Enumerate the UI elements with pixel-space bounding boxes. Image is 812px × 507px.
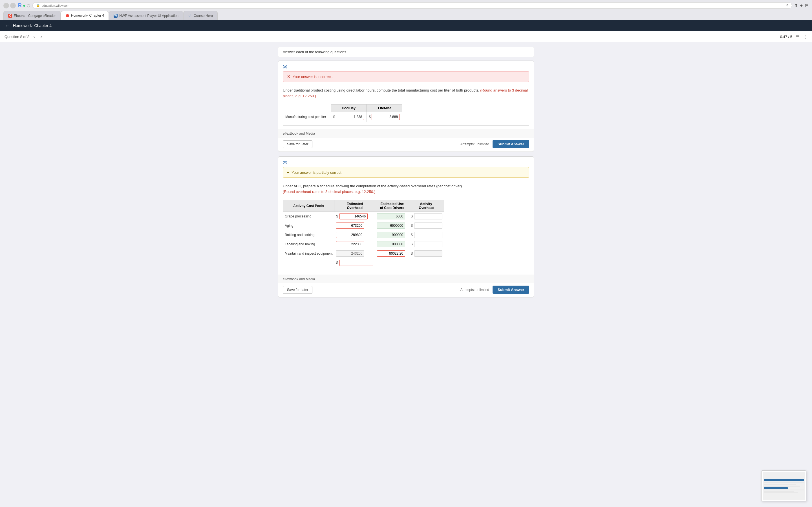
table-row: Bottling and corking $ bbox=[283, 230, 444, 240]
question-nav-left: Question 8 of 8 ‹ › bbox=[4, 34, 44, 40]
etextbook-label-a: eTextbook and Media bbox=[283, 131, 315, 135]
browser-actions: ⬆ + ⊞ bbox=[794, 3, 809, 8]
grape-drivers-input[interactable] bbox=[377, 213, 405, 219]
tab-homework[interactable]: 🔴 Homework- Chapter 4 bbox=[61, 11, 109, 20]
brave-icon: R bbox=[18, 3, 22, 8]
labeling-overhead-input[interactable] bbox=[336, 241, 364, 247]
share-btn[interactable]: ⬆ bbox=[794, 3, 798, 8]
row-maintain-rate: $ bbox=[409, 249, 444, 258]
coursehero-icon: 🛡 bbox=[188, 14, 192, 18]
reload-icon[interactable]: ↺ bbox=[786, 4, 788, 7]
save-later-btn-b[interactable]: Save for Later bbox=[283, 286, 312, 294]
coolday-dollar: $ bbox=[333, 115, 335, 119]
list-view-btn[interactable]: ☰ bbox=[796, 34, 800, 40]
submit-btn-a[interactable]: Submit Answer bbox=[493, 140, 529, 148]
tab-nwp[interactable]: W NWP Assessment Player UI Application bbox=[109, 11, 183, 20]
col-est-use: Estimated Use of Cost Drivers bbox=[375, 200, 409, 212]
back-button[interactable]: ← bbox=[4, 23, 10, 29]
action-row-b: Save for Later Attempts: unlimited Submi… bbox=[278, 283, 534, 297]
section-a-alert-text: Your answer is incorrect. bbox=[293, 75, 333, 79]
litemist-cell: $ bbox=[366, 112, 402, 122]
etextbook-bar-a[interactable]: eTextbook and Media bbox=[278, 129, 534, 138]
total-overhead-input[interactable] bbox=[340, 260, 373, 266]
submit-btn-b[interactable]: Submit Answer bbox=[493, 286, 529, 294]
tab-coursehero-label: Course Hero bbox=[194, 14, 213, 18]
maintain-drivers-input[interactable] bbox=[377, 250, 405, 257]
table-row: Aging $ bbox=[283, 221, 444, 230]
bottling-rate-input[interactable] bbox=[414, 232, 442, 238]
tab-coursehero[interactable]: 🛡 Course Hero bbox=[183, 11, 218, 20]
col-litemist: LiteMist bbox=[366, 105, 402, 112]
address-bar[interactable]: 🔒 education.wiley.com ↺ bbox=[33, 2, 792, 9]
question-nav-right: 0.47 / 5 ☰ ⋮ bbox=[780, 34, 808, 40]
litemist-dollar: $ bbox=[369, 115, 371, 119]
lock-icon: 🔒 bbox=[36, 4, 40, 7]
more-options-btn[interactable]: ⋮ bbox=[803, 34, 808, 40]
col-coolday: CoolDay bbox=[331, 105, 366, 112]
bottling-overhead-input[interactable] bbox=[336, 232, 364, 238]
cengage-icon: C bbox=[8, 14, 12, 18]
total-cell: $ bbox=[335, 258, 375, 268]
aging-drivers-input[interactable] bbox=[377, 223, 405, 229]
row-aging-overhead bbox=[335, 221, 375, 230]
coolday-input[interactable] bbox=[336, 114, 364, 120]
bottling-drivers-input[interactable] bbox=[377, 232, 405, 238]
prev-question-btn[interactable]: ‹ bbox=[32, 34, 36, 40]
section-a-label: (a) bbox=[278, 61, 534, 68]
browser-chrome: ‹ › R ● ⬡ 🔒 education.wiley.com ↺ ⬆ + ⊞ … bbox=[0, 0, 812, 20]
row-grape-drivers bbox=[375, 212, 409, 221]
next-question-btn[interactable]: › bbox=[39, 34, 44, 40]
url-text: education.wiley.com bbox=[42, 4, 69, 7]
grape-overhead-input[interactable] bbox=[340, 213, 368, 219]
back-nav-btn[interactable]: ‹ bbox=[3, 3, 9, 8]
mfg-cost-label: Manufacturing cost per liter bbox=[283, 112, 331, 122]
grid-btn[interactable]: ⊞ bbox=[805, 3, 809, 8]
table-row: Manufacturing cost per liter $ $ bbox=[283, 112, 402, 122]
labeling-rate-input[interactable] bbox=[414, 241, 442, 247]
tab-ebooks[interactable]: C Ebooks - Cengage eReader bbox=[3, 11, 61, 20]
total-empty bbox=[283, 258, 335, 268]
section-a-question: Under traditional product costing using … bbox=[278, 85, 534, 101]
maintain-rate-input[interactable] bbox=[414, 250, 442, 257]
col-activity-overhead-rate: Activity- Overhead bbox=[409, 200, 444, 212]
aging-overhead-input[interactable] bbox=[336, 223, 364, 229]
row-maintain-label: Maintain and inspect equipment bbox=[283, 249, 335, 258]
tabs-bar: C Ebooks - Cengage eReader 🔴 Homework- C… bbox=[3, 11, 809, 20]
new-tab-btn[interactable]: + bbox=[800, 3, 803, 8]
extension-icon-1: ● bbox=[23, 3, 26, 8]
row-bottling-drivers bbox=[375, 230, 409, 240]
col-est-overhead: Estimated Overhead bbox=[335, 200, 375, 212]
total-row: $ bbox=[283, 258, 444, 268]
row-labeling-drivers bbox=[375, 240, 409, 249]
maintain-overhead-input[interactable] bbox=[336, 250, 364, 257]
col-activity-pools: Activity Cost Pools bbox=[283, 200, 335, 212]
aging-rate-input[interactable] bbox=[414, 223, 442, 229]
forward-nav-btn[interactable]: › bbox=[10, 3, 16, 8]
submit-area-b: Attempts: unlimited Submit Answer bbox=[460, 286, 529, 294]
homework-icon: 🔴 bbox=[65, 13, 69, 17]
section-a-card: (a) ✕ Your answer is incorrect. Under tr… bbox=[278, 61, 534, 152]
labeling-drivers-input[interactable] bbox=[377, 241, 405, 247]
partial-icon: − bbox=[287, 170, 289, 175]
row-labeling-overhead bbox=[335, 240, 375, 249]
row-maintain-overhead bbox=[335, 249, 375, 258]
row-bottling-label: Bottling and corking bbox=[283, 230, 335, 240]
error-icon: ✕ bbox=[287, 74, 290, 79]
attempts-text-a: Attempts: unlimited bbox=[460, 142, 489, 146]
row-grape-label: Grape processing bbox=[283, 212, 335, 221]
save-later-btn-a[interactable]: Save for Later bbox=[283, 140, 312, 148]
row-bottling-overhead bbox=[335, 230, 375, 240]
etextbook-bar-b[interactable]: eTextbook and Media bbox=[278, 275, 534, 283]
section-b-alert-text: Your answer is partially correct. bbox=[292, 170, 342, 175]
abc-table: Activity Cost Pools Estimated Overhead E… bbox=[283, 200, 444, 268]
wiley-icon: W bbox=[114, 14, 117, 18]
extension-icon-2: ⬡ bbox=[27, 3, 30, 8]
litemist-input[interactable] bbox=[371, 114, 400, 120]
grape-rate-input[interactable] bbox=[414, 213, 442, 219]
section-a-alert: ✕ Your answer is incorrect. bbox=[283, 71, 529, 82]
total-rate-empty bbox=[409, 258, 444, 268]
total-drivers-empty bbox=[375, 258, 409, 268]
table-row: Labeling and boxing $ bbox=[283, 240, 444, 249]
section-b-label: (b) bbox=[278, 157, 534, 164]
tab-ebooks-label: Ebooks - Cengage eReader bbox=[14, 14, 56, 18]
